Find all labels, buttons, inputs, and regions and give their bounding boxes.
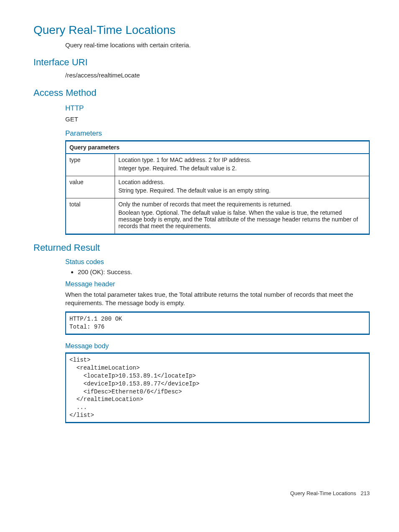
footer-page: 213 bbox=[361, 490, 370, 496]
interface-uri-heading: Interface URI bbox=[33, 57, 370, 68]
param-desc: Location type. 1 for MAC address. 2 for … bbox=[115, 154, 370, 176]
table-caption: Query parameters bbox=[66, 141, 369, 154]
returned-result-heading: Returned Result bbox=[33, 242, 370, 253]
intro-paragraph: Query real-time locations with certain c… bbox=[65, 41, 370, 49]
page-footer: Query Real-Time Locations 213 bbox=[33, 490, 370, 496]
table-row: type Location type. 1 for MAC address. 2… bbox=[66, 154, 369, 176]
param-desc: Location address. String type. Required.… bbox=[115, 176, 370, 198]
param-name: value bbox=[66, 176, 115, 198]
access-method-heading: Access Method bbox=[33, 87, 370, 98]
status-codes-label: Status codes bbox=[65, 258, 370, 266]
status-codes-list: 200 (OK): Success. bbox=[65, 268, 370, 275]
message-body-code: <list> <realtimeLocation> <locateIp>10.1… bbox=[65, 352, 370, 423]
query-parameters-table: Query parameters type Location type. 1 f… bbox=[65, 140, 370, 235]
param-desc: Only the number of records that meet the… bbox=[115, 198, 370, 234]
footer-text: Query Real-Time Locations bbox=[290, 490, 356, 496]
message-body-label: Message body bbox=[65, 342, 370, 350]
page-title: Query Real-Time Locations bbox=[33, 23, 370, 37]
param-name: type bbox=[66, 154, 115, 176]
list-item: 200 (OK): Success. bbox=[78, 268, 370, 275]
interface-uri-value: /res/access/realtimeLocate bbox=[65, 71, 370, 80]
table-row: value Location address. String type. Req… bbox=[66, 176, 369, 198]
param-name: total bbox=[66, 198, 115, 234]
http-method: GET bbox=[65, 115, 370, 123]
http-label: HTTP bbox=[65, 104, 370, 113]
message-header-label: Message header bbox=[65, 280, 370, 288]
table-row: total Only the number of records that me… bbox=[66, 198, 369, 234]
parameters-label: Parameters bbox=[65, 129, 370, 138]
message-header-text: When the total parameter takes true, the… bbox=[65, 290, 370, 308]
message-header-code: HTTP/1.1 200 OK Total: 976 bbox=[65, 311, 370, 335]
